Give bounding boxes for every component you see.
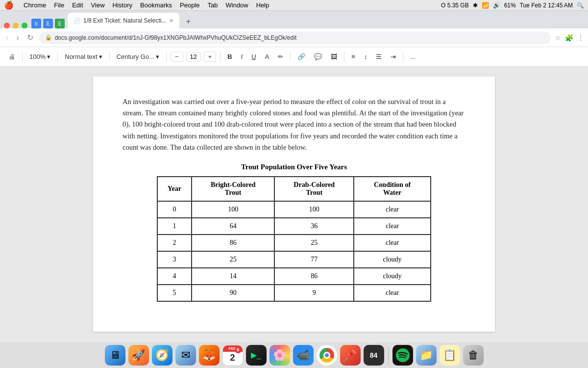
- addressbar: ‹ › ↻ 🔒 docs.google.com/document/d/1nJ-G…: [0, 28, 588, 47]
- col-bright: Bright-Colored Trout: [192, 177, 274, 201]
- dock-separator: [388, 346, 389, 364]
- menu-chrome[interactable]: Chrome: [24, 1, 46, 9]
- dock-calendar[interactable]: FEB 2 9: [222, 345, 243, 366]
- extensions-icon[interactable]: 🧩: [565, 34, 573, 42]
- col-year: Year: [157, 177, 192, 201]
- cell-year: 4: [157, 268, 192, 285]
- table-row: 28625clear: [157, 235, 431, 251]
- menu-history[interactable]: History: [113, 1, 132, 9]
- apple-menu[interactable]: 🍎: [4, 0, 14, 10]
- bookmark-icon[interactable]: ☆: [555, 34, 561, 42]
- tab-title: 1/8 Exit Ticket: Natural Selecti...: [83, 17, 166, 24]
- menu-edit[interactable]: Edit: [72, 1, 83, 9]
- dock-chrome[interactable]: [317, 345, 337, 366]
- minimize-button[interactable]: [13, 23, 19, 28]
- sep7: [344, 52, 344, 62]
- cell-condition: cloudy: [354, 268, 431, 285]
- menu-help[interactable]: Help: [256, 1, 270, 9]
- cell-drab: 100: [274, 201, 354, 218]
- menu-file[interactable]: File: [54, 1, 64, 9]
- back-button[interactable]: ‹: [4, 33, 10, 42]
- col-drab: Drab-Colored Trout: [274, 177, 354, 201]
- menu-people[interactable]: People: [180, 1, 199, 9]
- menu-view[interactable]: View: [91, 1, 105, 9]
- doc-toolbar: 🖨 100% ▾ Normal text ▾ Century Go... ▾ −…: [0, 47, 588, 67]
- doc-page: An investigation was carried out over a …: [93, 77, 495, 332]
- image-button[interactable]: 🖼: [328, 52, 340, 61]
- menu-window[interactable]: Window: [226, 1, 248, 9]
- new-tab-button[interactable]: +: [181, 15, 195, 28]
- font-chevron: ▾: [156, 53, 159, 60]
- cell-bright: 25: [192, 251, 274, 268]
- dock-84[interactable]: 84: [364, 345, 384, 366]
- comment-button[interactable]: 💬: [311, 52, 325, 61]
- table-row: 5909clear: [157, 285, 431, 301]
- maximize-button[interactable]: [22, 23, 27, 28]
- align-button[interactable]: ≡: [348, 52, 358, 61]
- cell-condition: cloudy: [354, 251, 431, 268]
- italic-button[interactable]: I: [238, 52, 246, 61]
- zoom-level[interactable]: 100% ▾: [26, 52, 53, 61]
- list-button[interactable]: ☰: [373, 52, 385, 61]
- cell-condition: clear: [354, 235, 431, 251]
- underline-button[interactable]: U: [248, 52, 259, 61]
- cell-drab: 9: [274, 285, 354, 301]
- font-selector[interactable]: Century Go... ▾: [114, 52, 162, 61]
- indent-button[interactable]: ⇥: [388, 52, 399, 61]
- dock-notes[interactable]: 📋: [440, 345, 460, 366]
- browser-actions: ☆ 🧩 ⋮: [555, 34, 584, 42]
- more-icon[interactable]: ⋮: [577, 34, 584, 42]
- dock-firefox[interactable]: 🦊: [199, 345, 220, 366]
- more-button[interactable]: ...: [407, 52, 418, 61]
- menu-tab[interactable]: Tab: [208, 1, 218, 9]
- dock-notch[interactable]: 📌: [340, 345, 361, 366]
- dock-zoom[interactable]: 📹: [293, 345, 314, 366]
- dock-photos[interactable]: 🌸: [270, 345, 290, 366]
- bold-button[interactable]: B: [224, 52, 235, 61]
- active-tab[interactable]: 📄 1/8 Exit Ticket: Natural Selecti... ✕: [68, 13, 179, 28]
- cell-drab: 36: [274, 218, 354, 235]
- line-spacing-button[interactable]: ↕: [361, 52, 370, 61]
- dock-trash[interactable]: 🗑: [463, 345, 484, 366]
- dock-safari[interactable]: 🧭: [152, 345, 172, 366]
- zoom-chevron: ▾: [47, 53, 50, 60]
- col-condition: Condition of Water: [354, 177, 431, 201]
- font-size-decrease[interactable]: −: [171, 52, 183, 62]
- dock-spotify[interactable]: [392, 345, 413, 366]
- text-color[interactable]: A: [262, 52, 272, 61]
- tab-close-button[interactable]: ✕: [169, 18, 173, 24]
- menu-bookmarks[interactable]: Bookmarks: [140, 1, 172, 9]
- cell-drab: 77: [274, 251, 354, 268]
- dock-finder[interactable]: 🖥: [105, 345, 125, 366]
- print-icon[interactable]: 🖨: [6, 52, 18, 61]
- highlight-color[interactable]: ✏: [275, 52, 286, 61]
- gdoc-icon-small: E: [43, 19, 53, 28]
- reload-button[interactable]: ↻: [25, 33, 35, 42]
- search-icon[interactable]: 🔍: [577, 2, 584, 9]
- cell-condition: clear: [354, 285, 431, 301]
- sep6: [290, 52, 291, 62]
- dock-finder2[interactable]: 📁: [416, 345, 437, 366]
- table-header-row: Year Bright-Colored Trout Drab-Colored T…: [157, 177, 431, 201]
- sep8: [403, 52, 403, 62]
- font-size-field[interactable]: [186, 52, 201, 61]
- close-button[interactable]: [4, 23, 10, 28]
- address-bar[interactable]: 🔒 docs.google.com/document/d/1nJ-Gf98yx1…: [39, 31, 551, 44]
- dock-iterm[interactable]: ▶_: [246, 345, 267, 366]
- table-title: Trout Population Over Five Years: [122, 163, 466, 171]
- dock-launchpad[interactable]: 🚀: [128, 345, 149, 366]
- calendar-day: 2: [230, 352, 235, 364]
- cell-year: 3: [157, 251, 192, 268]
- calendar-badge: 9: [235, 346, 242, 353]
- font-size-increase[interactable]: +: [204, 52, 217, 62]
- table-row: 16436clear: [157, 218, 431, 235]
- cell-bright: 86: [192, 235, 274, 251]
- gdoc-icon-small2: E: [55, 19, 65, 28]
- disk-status: O 5.35 GB: [441, 2, 469, 9]
- forward-button[interactable]: ›: [14, 33, 21, 42]
- dock-stamps[interactable]: ✉: [175, 345, 196, 366]
- text-style[interactable]: Normal text ▾: [62, 52, 105, 61]
- link-button[interactable]: 🔗: [294, 52, 308, 61]
- table-body: 0100100clear16436clear28625clear32577clo…: [157, 201, 431, 301]
- table-row: 41486cloudy: [157, 268, 431, 285]
